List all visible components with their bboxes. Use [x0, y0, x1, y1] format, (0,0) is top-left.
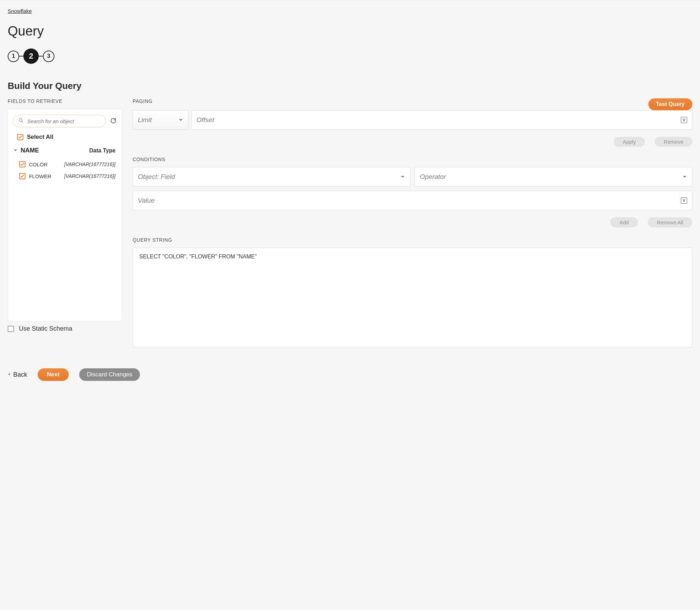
variable-icon[interactable]: V: [681, 117, 687, 123]
query-string-input[interactable]: [133, 248, 692, 347]
field-name: COLOR: [29, 161, 47, 167]
query-string-label: QUERY STRING: [133, 237, 692, 243]
datatype-header: Data Type: [89, 148, 116, 154]
field-item: COLOR [VARCHAR(16777216)]: [13, 158, 117, 170]
chevron-left-icon: [8, 371, 11, 378]
discard-button[interactable]: Discard Changes: [79, 368, 140, 381]
paging-label: PAGING: [133, 98, 648, 104]
chevron-down-icon: [178, 116, 183, 124]
value-placeholder: Value: [138, 197, 155, 204]
svg-line-1: [22, 121, 23, 122]
next-button[interactable]: Next: [38, 368, 69, 381]
back-button[interactable]: Back: [8, 371, 27, 378]
variable-icon[interactable]: V: [681, 197, 687, 204]
field-item: FLOWER [VARCHAR(16777216)]: [13, 170, 117, 182]
step-line: [39, 56, 43, 57]
object-field-dropdown[interactable]: Object: Field: [133, 167, 410, 187]
step-1[interactable]: 1: [8, 51, 19, 62]
operator-dropdown[interactable]: Operator: [415, 167, 692, 187]
page-title: Query: [8, 24, 692, 39]
apply-button[interactable]: Apply: [614, 137, 645, 147]
test-query-button[interactable]: Test Query: [648, 98, 692, 110]
fields-panel: Select All NAME Data Type: [8, 109, 122, 322]
select-all-label: Select All: [27, 134, 53, 141]
select-all-checkbox[interactable]: [17, 134, 23, 140]
search-input[interactable]: [27, 118, 100, 124]
object-field-placeholder: Object: Field: [138, 173, 175, 181]
static-schema-label: Use Static Schema: [19, 325, 72, 332]
operator-placeholder: Operator: [420, 173, 446, 181]
refresh-button[interactable]: [110, 118, 117, 125]
field-checkbox-color[interactable]: [19, 161, 25, 167]
back-label: Back: [13, 371, 27, 378]
step-line: [19, 56, 23, 57]
remove-button[interactable]: Remove: [655, 137, 692, 147]
static-schema-checkbox[interactable]: [8, 326, 14, 332]
search-input-wrap[interactable]: [13, 115, 106, 127]
object-name-header: NAME: [21, 147, 39, 154]
limit-placeholder: Limit: [138, 116, 152, 124]
step-3[interactable]: 3: [43, 51, 54, 62]
chevron-down-icon: [400, 173, 405, 181]
refresh-icon: [110, 118, 117, 125]
stepper: 1 2 3: [8, 48, 692, 64]
field-name: FLOWER: [29, 173, 51, 179]
step-2[interactable]: 2: [23, 48, 39, 64]
field-type: [VARCHAR(16777216)]: [64, 173, 116, 179]
svg-point-0: [19, 119, 22, 122]
add-condition-button[interactable]: Add: [610, 217, 638, 227]
offset-input[interactable]: Offset V: [191, 110, 692, 130]
field-type: [VARCHAR(16777216)]: [64, 161, 116, 167]
search-icon: [18, 118, 24, 125]
condition-value-input[interactable]: Value V: [133, 191, 692, 210]
remove-all-conditions-button[interactable]: Remove All: [648, 217, 692, 227]
field-checkbox-flower[interactable]: [19, 173, 25, 179]
limit-dropdown[interactable]: Limit: [133, 110, 188, 130]
chevron-down-icon: [682, 173, 687, 181]
conditions-label: CONDITIONS: [133, 157, 692, 162]
breadcrumb[interactable]: Snowflake: [8, 8, 32, 14]
offset-placeholder: Offset: [196, 116, 214, 124]
chevron-down-icon[interactable]: [13, 148, 18, 154]
fields-label: FIELDS TO RETRIEVE: [8, 98, 122, 104]
section-title: Build Your Query: [8, 81, 692, 91]
